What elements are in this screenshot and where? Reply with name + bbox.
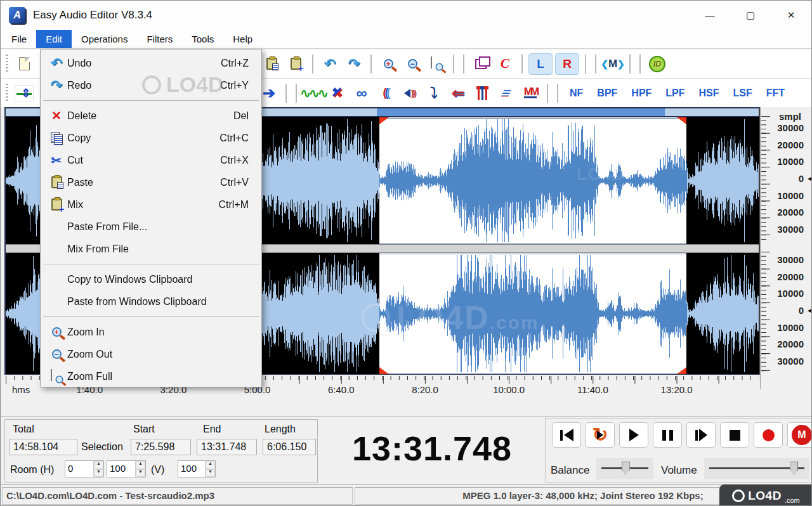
record-button[interactable] [754, 422, 783, 448]
menu-item-shortcut: Ctrl+C [219, 133, 249, 144]
menu-item-mix[interactable]: +MixCtrl+M [41, 193, 261, 216]
filter-bpf-button[interactable]: BPF [597, 88, 617, 99]
loops-icon[interactable]: ∞ [351, 82, 372, 104]
zero-level-arrow-icon: ◄ [806, 175, 812, 182]
paste-icon[interactable] [261, 53, 282, 75]
stop-button[interactable] [720, 422, 749, 448]
bottom-panel: Total 14:58.104 Selection Start 7:25.598… [1, 416, 812, 484]
menu-item-copy-to-windows-clipboard[interactable]: Copy to Windows Clipboard [41, 268, 261, 290]
menu-item-label: Copy to Windows Clipboard [67, 274, 249, 285]
mono-icon[interactable]: M [602, 53, 624, 75]
menu-item-mix-from-file[interactable]: Mix From File [41, 238, 261, 260]
menu-edit[interactable]: Edit [36, 30, 72, 48]
menu-item-paste[interactable]: PasteCtrl+V [41, 171, 261, 193]
toolbar-separator [521, 55, 523, 74]
scale-tick-label: 30000 [777, 122, 804, 133]
swap-icon[interactable]: ✖ [327, 82, 348, 104]
menu-item-undo[interactable]: ↶UndoCtrl+Z [41, 52, 261, 74]
oscillate-icon[interactable]: ∿∿∿ [303, 82, 324, 104]
speaker-icon[interactable]: ))) [399, 82, 421, 104]
balance-label: Balance [551, 464, 589, 477]
room-v-spinner[interactable]: 100▲▼ [178, 460, 216, 477]
toolbar-drag-handle[interactable] [6, 84, 8, 103]
filter-nf-button[interactable]: NF [570, 88, 583, 99]
zoom-in-icon[interactable]: + [377, 53, 399, 75]
zoom-out-icon[interactable]: − [402, 53, 423, 75]
menu-operations[interactable]: Operations [72, 30, 137, 48]
title-bar: A Easy Audio Editor V8.3.4 — ▢ ✕ [1, 1, 811, 30]
menu-file[interactable]: File [2, 30, 36, 48]
echo-icon[interactable]: ((( [375, 82, 396, 104]
right-channel-button[interactable]: R [555, 53, 579, 75]
scale-tick-label: 30000 [777, 224, 804, 235]
comb-icon[interactable]: MM [520, 82, 541, 104]
menu-item-copy[interactable]: CopyCtrl+C [41, 127, 261, 149]
new-file-icon[interactable] [13, 53, 35, 75]
cut-icon: ✂ [46, 153, 67, 168]
menu-item-zoom-full[interactable]: Zoom Full [41, 365, 261, 387]
filter-fft-button[interactable]: FFT [766, 88, 785, 99]
menu-item-cut[interactable]: ✂CutCtrl+X [41, 149, 261, 171]
menu-item-paste-from-file[interactable]: Paste From File... [41, 216, 261, 238]
menu-item-label: Copy [67, 133, 219, 144]
toolbar-drag-handle[interactable] [6, 55, 8, 74]
toolbar-separator [629, 55, 631, 74]
toolbar-separator [585, 55, 586, 74]
menu-item-label: Mix From File [67, 243, 249, 255]
room-h1-spinner[interactable]: 0▲▼ [65, 460, 104, 477]
overview-thumb[interactable] [377, 108, 665, 116]
undo-icon[interactable]: ↶ [319, 53, 341, 75]
convert-button[interactable]: C [494, 53, 516, 75]
filter-lpf-button[interactable]: LPF [665, 88, 684, 99]
menu-item-shortcut: Del [233, 110, 249, 122]
toolbar-separator [312, 55, 313, 74]
menu-item-zoom-out[interactable]: −Zoom Out [41, 343, 261, 365]
balance-thumb[interactable] [622, 462, 630, 475]
maximize-button[interactable]: ▢ [730, 1, 771, 30]
skip-start-button[interactable] [552, 422, 581, 448]
id-tag-icon[interactable]: ID [646, 53, 668, 75]
equalizer-icon[interactable]: ≡ [495, 82, 517, 104]
play-button[interactable] [619, 422, 648, 448]
reverse-icon[interactable]: ⇐ [447, 82, 469, 104]
end-value: 13:31.748 [197, 439, 257, 455]
batch-icon[interactable] [470, 53, 492, 75]
menu-item-zoom-in[interactable]: +Zoom In [41, 321, 261, 343]
timeline-tick-label: 8:20.0 [412, 384, 438, 395]
balance-slider[interactable] [596, 458, 653, 479]
corner-arrow-icon[interactable]: ⤵ [423, 82, 445, 104]
zoom-full-icon[interactable] [426, 53, 447, 75]
scale-tick-label: 10000 [777, 288, 804, 299]
scale-tick-label: 20000 [777, 339, 804, 349]
sliders-icon[interactable] [471, 82, 493, 104]
room-h2-spinner[interactable]: 100▲▼ [107, 460, 146, 477]
amplitude-scale: smpl 3000020000100000100002000030000◄300… [760, 107, 812, 389]
scale-tick-label: 20000 [777, 271, 804, 282]
menu-item-delete[interactable]: ✕DeleteDel [41, 105, 261, 127]
loop-play-button[interactable]: ↻ [586, 422, 615, 448]
menu-item-label: Zoom Out [67, 349, 249, 360]
minimize-button[interactable]: — [690, 1, 730, 30]
mix-record-button[interactable]: M [787, 422, 812, 448]
filter-lsf-button[interactable]: LSF [733, 88, 752, 99]
mix-icon[interactable]: + [285, 53, 306, 75]
start-label: Start [133, 424, 155, 435]
menu-help[interactable]: Help [223, 30, 262, 48]
redo-icon[interactable]: ↷ [343, 53, 365, 75]
step-forward-button[interactable] [686, 422, 716, 448]
close-button[interactable]: ✕ [771, 1, 811, 30]
left-channel-button[interactable]: L [528, 53, 553, 75]
scale-tick-label: 30000 [777, 356, 804, 367]
menu-filters[interactable]: Filters [137, 30, 182, 48]
volume-thumb[interactable] [790, 462, 798, 475]
volume-slider[interactable] [704, 458, 809, 479]
menu-item-redo[interactable]: ↷RedoCtrl+Y [41, 74, 261, 96]
filter-hpf-button[interactable]: HPF [631, 88, 652, 99]
pause-button[interactable] [653, 422, 682, 448]
edit-menu-popup: LO4D ↶UndoCtrl+Z↷RedoCtrl+Y✕DeleteDelCop… [40, 49, 262, 387]
center-line-icon[interactable] [13, 82, 35, 104]
filter-hsf-button[interactable]: HSF [699, 88, 719, 99]
menu-item-paste-from-windows-clipboard[interactable]: Paste from Windows Clipboard [41, 290, 261, 313]
total-label: Total [13, 424, 34, 435]
menu-tools[interactable]: Tools [182, 30, 223, 48]
